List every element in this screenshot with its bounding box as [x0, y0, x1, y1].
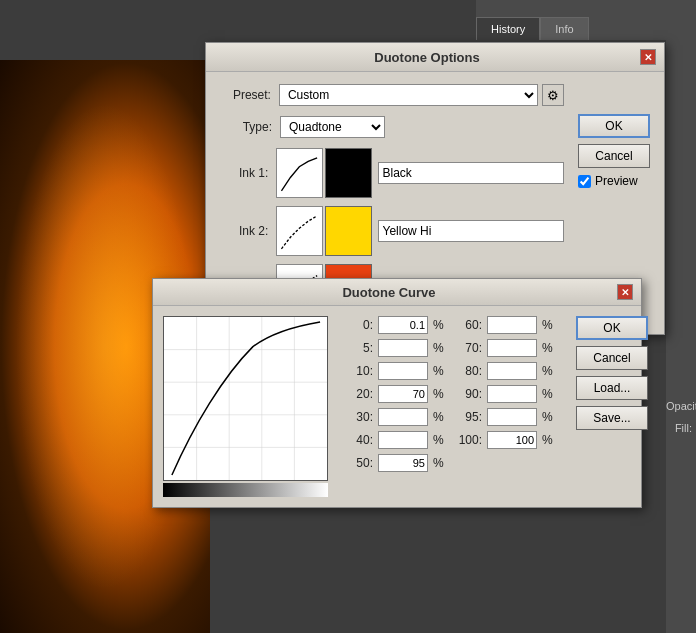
field-5-label: 40:: [343, 433, 375, 447]
field-2-input[interactable]: [378, 362, 428, 380]
field-4-unit: %: [431, 410, 449, 424]
ink2-curve-thumb[interactable]: [276, 206, 323, 256]
field-2-unit: %: [431, 364, 449, 378]
preset-select[interactable]: Custom: [279, 84, 539, 106]
fill-label: Fill:: [666, 422, 696, 434]
duotone-options-title: Duotone Options: [214, 50, 640, 65]
tab-history[interactable]: History: [476, 17, 540, 40]
curve-canvas: [163, 316, 328, 481]
curve-gradient-bar: [163, 483, 328, 497]
type-label: Type:: [220, 120, 280, 134]
field-4-input[interactable]: [378, 408, 428, 426]
field-3-col2-label: 90:: [452, 387, 484, 401]
field-4-label: 30:: [343, 410, 375, 424]
field-5-input[interactable]: [378, 431, 428, 449]
duotone-curve-body: 0: % 60: % 5: % 70: % 10: % 80: % 20:: [153, 306, 641, 507]
preset-label: Preset:: [220, 88, 279, 102]
field-0-input[interactable]: [378, 316, 428, 334]
opacity-label: Opacity:: [666, 400, 696, 412]
field-6-label: 50:: [343, 456, 375, 470]
field-0-col2-unit: %: [540, 318, 558, 332]
field-5-col2-unit: %: [540, 433, 558, 447]
field-1-label: 5:: [343, 341, 375, 355]
curve-save-button[interactable]: Save...: [576, 406, 648, 430]
duotone-curve-close-button[interactable]: ✕: [617, 284, 633, 300]
ink2-name-input[interactable]: [378, 220, 565, 242]
field-4-col2-unit: %: [540, 410, 558, 424]
gear-button[interactable]: ⚙: [542, 84, 564, 106]
field-1-col2-label: 70:: [452, 341, 484, 355]
duotone-options-buttons: OK Cancel Preview: [578, 114, 650, 188]
field-3-unit: %: [431, 387, 449, 401]
field-2-label: 10:: [343, 364, 375, 378]
field-0-unit: %: [431, 318, 449, 332]
field-3-col2-unit: %: [540, 387, 558, 401]
field-5-unit: %: [431, 433, 449, 447]
field-5-col2-label: 100:: [452, 433, 484, 447]
ink1-color-swatch[interactable]: [325, 148, 372, 198]
top-tab-bar: History Info: [476, 0, 696, 40]
duotone-options-ok-button[interactable]: OK: [578, 114, 650, 138]
tab-info[interactable]: Info: [540, 17, 588, 40]
curve-buttons: OK Cancel Load... Save...: [568, 316, 648, 497]
ink2-label: Ink 2:: [220, 224, 276, 238]
field-3-input[interactable]: [378, 385, 428, 403]
curve-cancel-button[interactable]: Cancel: [576, 346, 648, 370]
duotone-options-titlebar: Duotone Options ✕: [206, 43, 664, 72]
curve-load-button[interactable]: Load...: [576, 376, 648, 400]
preset-row: Preset: Custom ⚙: [220, 84, 564, 106]
duotone-curve-titlebar: Duotone Curve ✕: [153, 279, 641, 306]
preview-label: Preview: [595, 174, 638, 188]
right-panel: Opacity: Fill:: [666, 0, 696, 633]
field-2-col2-label: 80:: [452, 364, 484, 378]
field-4-col2-label: 95:: [452, 410, 484, 424]
duotone-curve-dialog: Duotone Curve ✕: [152, 278, 642, 508]
field-4-col2-input[interactable]: [487, 408, 537, 426]
duotone-options-cancel-button[interactable]: Cancel: [578, 144, 650, 168]
duotone-curve-title: Duotone Curve: [161, 285, 617, 300]
duotone-options-close-button[interactable]: ✕: [640, 49, 656, 65]
field-1-col2-unit: %: [540, 341, 558, 355]
field-0-col2-input[interactable]: [487, 316, 537, 334]
ink1-label: Ink 1:: [220, 166, 276, 180]
field-1-input[interactable]: [378, 339, 428, 357]
field-3-label: 20:: [343, 387, 375, 401]
ink1-row: Ink 1:: [220, 148, 564, 198]
ink2-row: Ink 2:: [220, 206, 564, 256]
field-1-unit: %: [431, 341, 449, 355]
field-0-label: 0:: [343, 318, 375, 332]
curve-ok-button[interactable]: OK: [576, 316, 648, 340]
field-5-col2-input[interactable]: [487, 431, 537, 449]
field-1-col2-input[interactable]: [487, 339, 537, 357]
ink1-curve-thumb[interactable]: [276, 148, 323, 198]
field-6-unit: %: [431, 456, 449, 470]
ink2-color-swatch[interactable]: [325, 206, 372, 256]
type-select[interactable]: Monotone Duotone Tritone Quadtone: [280, 116, 385, 138]
field-2-col2-input[interactable]: [487, 362, 537, 380]
field-6-input[interactable]: [378, 454, 428, 472]
field-3-col2-input[interactable]: [487, 385, 537, 403]
ink1-name-input[interactable]: [378, 162, 565, 184]
field-2-col2-unit: %: [540, 364, 558, 378]
field-0-col2-label: 60:: [452, 318, 484, 332]
preview-row: Preview: [578, 174, 650, 188]
preview-checkbox[interactable]: [578, 175, 591, 188]
type-row: Type: Monotone Duotone Tritone Quadtone: [220, 116, 564, 138]
curve-canvas-wrap: [163, 316, 333, 497]
